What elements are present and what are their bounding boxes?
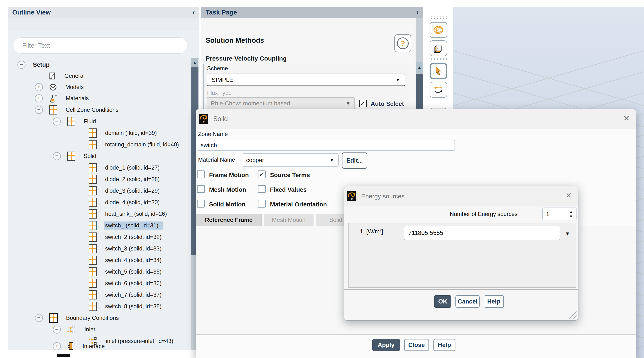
source-1-unit-label: 1. [W/m³] xyxy=(360,228,383,235)
frame-motion-label: Frame Motion xyxy=(209,172,249,179)
expander-collapse-icon[interactable]: − xyxy=(53,152,61,160)
mesh-motion-checkbox[interactable] xyxy=(197,185,205,193)
cell-zone-icon xyxy=(88,244,97,253)
expander-collapse-icon[interactable]: − xyxy=(35,314,43,322)
tree-item-diode-1[interactable]: diode_1 (solid, id=27) xyxy=(8,162,190,173)
outline-view-header: Outline View ‹ xyxy=(8,7,199,18)
close-icon[interactable]: ✕ xyxy=(623,114,630,122)
filter-text-input[interactable] xyxy=(13,38,188,54)
divider xyxy=(344,289,578,290)
tree-item-domain[interactable]: domain (fluid, id=39) xyxy=(8,127,190,139)
cell-zone-icon xyxy=(88,221,97,230)
cell-zone-icon xyxy=(88,209,97,219)
mesh-motion-label: Mesh Motion xyxy=(209,186,246,193)
edit-material-button[interactable]: Edit... xyxy=(342,153,367,169)
cell-zone-icon xyxy=(49,105,57,115)
material-value: copper xyxy=(246,157,264,164)
help-button[interactable]: Help xyxy=(484,295,504,308)
select-pointer-button[interactable] xyxy=(430,63,447,79)
divider xyxy=(344,291,578,291)
ok-button[interactable]: OK xyxy=(434,295,452,308)
spin-up-icon[interactable]: ▲ xyxy=(569,210,573,213)
rotate-view-button[interactable] xyxy=(430,82,447,98)
tree-item-diode-4[interactable]: diode_4 (solid, id=30) xyxy=(8,197,190,208)
tree-item-boundary-conditions[interactable]: − Boundary Conditions xyxy=(8,312,190,323)
source-1-value-input[interactable] xyxy=(404,226,560,240)
help-button[interactable]: ? xyxy=(394,34,411,52)
energy-sources-dialog: F Energy sources ✕ Number of Energy sour… xyxy=(344,186,578,320)
toolbar-drag-handle[interactable] xyxy=(430,57,448,61)
material-dropdown[interactable]: copper ▼ xyxy=(242,153,338,167)
toolbar-drag-handle[interactable] xyxy=(430,16,448,20)
task-page-title: Task Page xyxy=(206,9,237,16)
frame-motion-checkbox[interactable] xyxy=(197,170,205,178)
scheme-value: SIMPLE xyxy=(212,77,233,83)
tree-item-heat-sink[interactable]: heat_sink_ (solid, id=26) xyxy=(8,208,190,219)
dialog-title: Solid xyxy=(213,115,228,123)
cell-zone-icon xyxy=(67,152,75,161)
auto-select-checkbox[interactable]: ✓ xyxy=(359,100,367,107)
tree-item-models[interactable]: + Models xyxy=(8,82,190,93)
svg-text:F: F xyxy=(351,198,353,201)
scroll-up-icon[interactable]: ▲ xyxy=(191,58,198,67)
apply-button[interactable]: Apply xyxy=(372,339,400,351)
tree-item-interface[interactable]: + Interface xyxy=(8,340,190,352)
zone-name-input[interactable] xyxy=(197,140,455,151)
tab-mesh-motion[interactable]: Mesh Motion xyxy=(264,214,314,226)
divider xyxy=(196,336,636,336)
cell-zone-icon xyxy=(88,175,97,184)
energy-dialog-titlebar[interactable]: F Energy sources ✕ xyxy=(344,186,578,206)
tree-item-materials[interactable]: + Materials xyxy=(8,93,190,104)
collapse-panel-icon[interactable]: ‹ xyxy=(192,9,195,16)
tree-item-switch-7[interactable]: switch_7 (solid, id=37) xyxy=(8,289,190,300)
tree-item-general[interactable]: General xyxy=(8,70,190,82)
tree-item-switch-6[interactable]: switch_6 (solid, id=36) xyxy=(8,278,190,289)
expander-expand-icon[interactable]: + xyxy=(53,342,61,350)
tree-item-switch-4[interactable]: switch_4 (solid, id=34) xyxy=(8,254,190,266)
scroll-up-icon[interactable]: ▲ xyxy=(416,62,423,73)
expander-collapse-icon[interactable]: − xyxy=(53,325,61,333)
tree-item-setup[interactable]: − Setup xyxy=(8,59,190,70)
source-terms-checkbox[interactable]: ✓ xyxy=(258,170,266,178)
spin-down-icon[interactable]: ▼ xyxy=(569,214,573,218)
close-button[interactable]: Close xyxy=(404,339,429,351)
tree-item-solid[interactable]: − Solid xyxy=(8,150,190,162)
energy-sources-count-spinner[interactable]: 1 ▲ ▼ xyxy=(542,208,576,220)
close-icon[interactable]: ✕ xyxy=(566,192,572,199)
tree-item-switch-5[interactable]: switch_5 (solid, id=35) xyxy=(8,266,190,277)
tree-item-diode-3[interactable]: diode_3 (solid, id=29) xyxy=(8,185,190,196)
tree-item-switch-8[interactable]: switch_8 (solid, id=38) xyxy=(8,301,190,312)
fixed-values-checkbox[interactable] xyxy=(258,185,266,193)
tree-item-rotating-domain[interactable]: rotating_domain (fluid, id=40) xyxy=(8,139,190,150)
solid-dialog-titlebar[interactable]: F Solid ✕ xyxy=(196,109,636,129)
mesh-display-button[interactable] xyxy=(430,22,447,38)
collapse-panel-icon[interactable]: ‹ xyxy=(416,9,418,16)
material-orientation-checkbox[interactable] xyxy=(258,200,266,208)
flux-type-dropdown-disabled[interactable]: Rhie-Chow: momentum based ▼ xyxy=(207,97,354,109)
count-value: 1 xyxy=(546,211,549,217)
expander-collapse-icon[interactable]: − xyxy=(35,106,43,114)
tree-item-switch-2[interactable]: switch_2 (solid, id=32) xyxy=(8,231,190,243)
expander-collapse-icon[interactable]: − xyxy=(18,61,26,69)
help-button[interactable]: Help xyxy=(434,339,456,351)
cancel-button[interactable]: Cancel xyxy=(456,295,480,308)
tree-item-cell-zone-conditions[interactable]: − Cell Zone Conditions xyxy=(8,104,190,115)
chevron-down-icon[interactable]: ▼ xyxy=(565,231,570,237)
expander-expand-icon[interactable]: + xyxy=(35,83,43,91)
divider xyxy=(196,334,636,334)
resize-grip[interactable] xyxy=(568,310,576,319)
cursor-arrow-icon xyxy=(434,66,442,76)
tree-item-fluid[interactable]: − Fluid xyxy=(8,116,190,127)
cell-zone-icon xyxy=(88,290,97,299)
tab-reference-frame[interactable]: Reference Frame xyxy=(196,214,262,226)
tree-item-switch-selected[interactable]: switch_ (solid, id=31) xyxy=(8,220,190,231)
scheme-dropdown[interactable]: SIMPLE ▼ xyxy=(207,74,405,86)
dialog-title: Energy sources xyxy=(361,193,404,200)
tree-item-inlet-group[interactable]: − Inlet xyxy=(8,324,190,335)
views-cube-button[interactable] xyxy=(430,40,447,56)
tree-item-switch-3[interactable]: switch_3 (solid, id=33) xyxy=(8,243,190,254)
expander-expand-icon[interactable]: + xyxy=(35,94,43,102)
expander-collapse-icon[interactable]: − xyxy=(53,117,61,126)
tree-item-diode-2[interactable]: diode_2 (solid, id=28) xyxy=(8,174,190,185)
solid-motion-checkbox[interactable] xyxy=(197,200,205,208)
